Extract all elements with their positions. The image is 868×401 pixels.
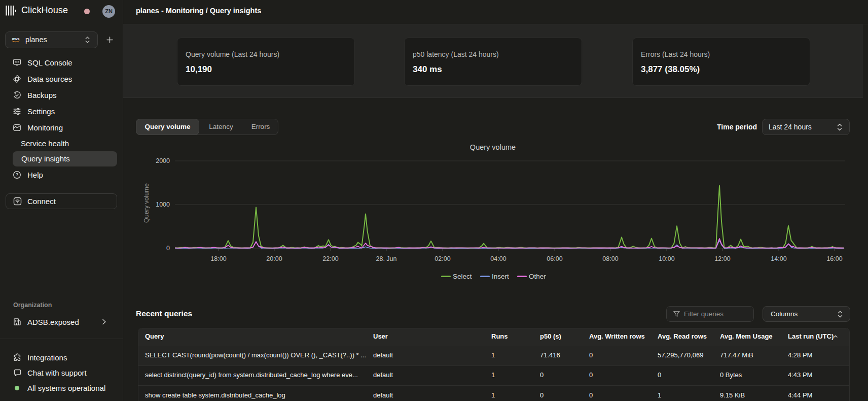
svg-text:aws: aws <box>12 37 20 41</box>
svg-text:?: ? <box>16 172 18 177</box>
